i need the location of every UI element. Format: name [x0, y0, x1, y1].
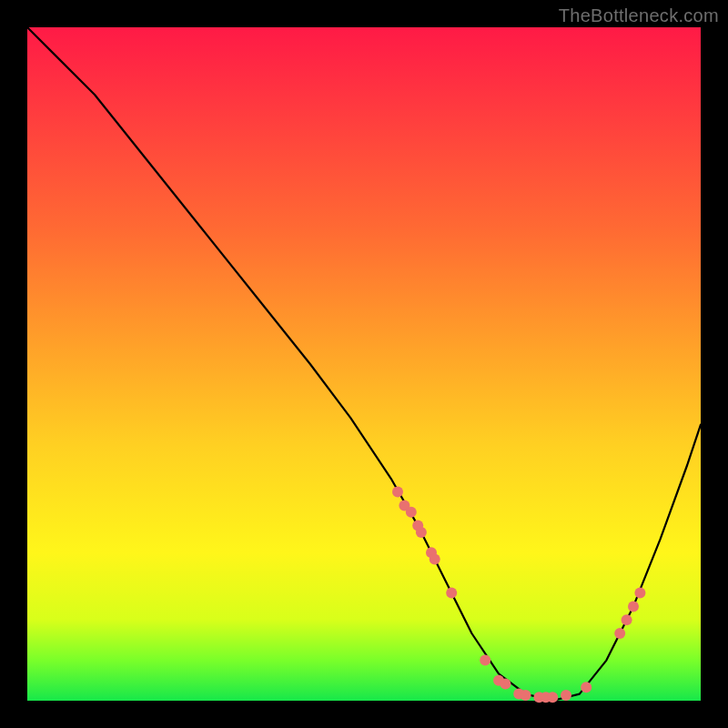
curve-marker — [614, 628, 625, 639]
curve-marker — [430, 554, 440, 565]
curve-marker — [521, 690, 531, 701]
curve-marker — [581, 682, 592, 693]
curve-marker — [406, 507, 417, 518]
plot-area — [27, 27, 701, 701]
curve-marker — [622, 614, 632, 625]
watermark-text: TheBottleneck.com — [559, 5, 719, 26]
curve-layer — [27, 27, 701, 701]
curve-marker — [547, 692, 558, 703]
marker-group — [392, 487, 645, 703]
bottleneck-curve — [27, 27, 701, 701]
curve-marker — [392, 487, 403, 498]
chart-stage: TheBottleneck.com — [0, 0, 728, 728]
curve-marker — [628, 601, 639, 612]
curve-marker — [416, 527, 427, 538]
curve-marker — [561, 690, 571, 701]
curve-marker — [634, 588, 645, 599]
curve-marker — [480, 655, 490, 666]
curve-marker — [500, 679, 511, 690]
curve-marker — [446, 588, 457, 599]
